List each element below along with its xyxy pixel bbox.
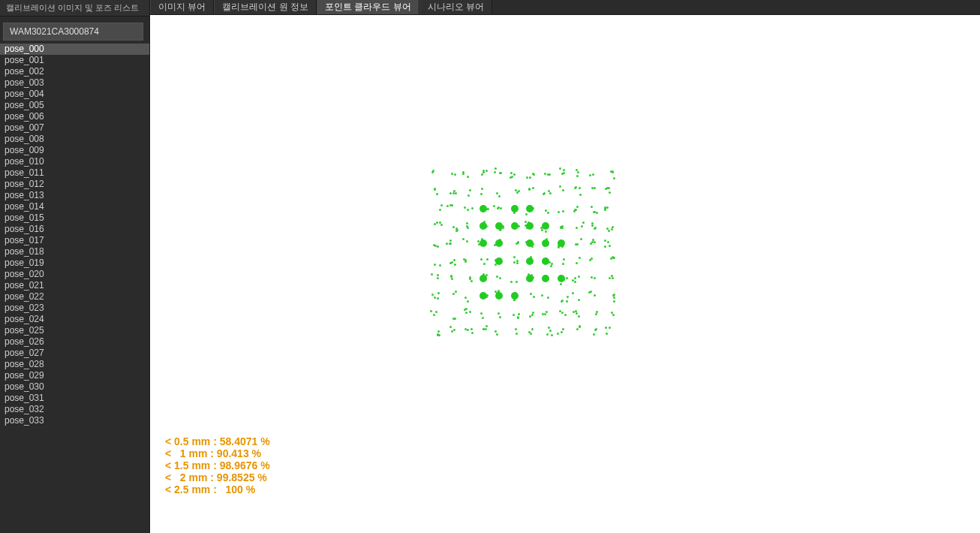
pose-item[interactable]: pose_032 — [0, 404, 149, 415]
sidebar: 캘리브레이션 이미지 및 포즈 리스트 WAM3021CA3000874 pos… — [0, 0, 150, 533]
tab[interactable]: 이미지 뷰어 — [150, 0, 214, 14]
pose-item[interactable]: pose_020 — [0, 269, 149, 280]
pose-item[interactable]: pose_018 — [0, 246, 149, 257]
stats-line: < 2.5 mm : 100 % — [165, 483, 270, 495]
pose-item[interactable]: pose_025 — [0, 325, 149, 336]
main-area: 이미지 뷰어캘리브레이션 원 정보포인트 클라우드 뷰어시나리오 뷰어 < 0.… — [150, 0, 980, 533]
pose-item[interactable]: pose_026 — [0, 336, 149, 348]
stats-line: < 1.5 mm : 98.9676 % — [165, 459, 270, 471]
device-id-selector[interactable]: WAM3021CA3000874 — [3, 23, 143, 41]
accuracy-stats: < 0.5 mm : 58.4071 %< 1 mm : 90.413 %< 1… — [165, 435, 270, 495]
pose-item[interactable]: pose_030 — [0, 381, 149, 393]
pose-item[interactable]: pose_003 — [0, 77, 149, 89]
pose-item[interactable]: pose_015 — [0, 212, 149, 224]
pose-item[interactable]: pose_001 — [0, 55, 149, 66]
pose-item[interactable]: pose_005 — [0, 100, 149, 111]
pose-item[interactable]: pose_016 — [0, 224, 149, 235]
pose-item[interactable]: pose_007 — [0, 122, 149, 134]
pose-item[interactable]: pose_009 — [0, 145, 149, 156]
pose-item[interactable]: pose_024 — [0, 314, 149, 325]
pose-item[interactable]: pose_028 — [0, 359, 149, 370]
pose-item[interactable]: pose_002 — [0, 66, 149, 77]
pose-item[interactable]: pose_019 — [0, 257, 149, 269]
pose-item[interactable]: pose_031 — [0, 393, 149, 404]
pose-item[interactable]: pose_033 — [0, 415, 149, 426]
stats-line: < 0.5 mm : 58.4071 % — [165, 435, 270, 447]
pose-item[interactable]: pose_029 — [0, 370, 149, 381]
pose-item[interactable]: pose_013 — [0, 190, 149, 201]
tab[interactable]: 캘리브레이션 원 정보 — [214, 0, 317, 14]
tab[interactable]: 시나리오 뷰어 — [419, 0, 492, 14]
pointcloud-viewer[interactable]: < 0.5 mm : 58.4071 %< 1 mm : 90.413 %< 1… — [150, 15, 980, 533]
pose-list[interactable]: pose_000pose_001pose_002pose_003pose_004… — [0, 44, 149, 533]
stats-line: < 2 mm : 99.8525 % — [165, 471, 270, 483]
app-root: 캘리브레이션 이미지 및 포즈 리스트 WAM3021CA3000874 pos… — [0, 0, 980, 533]
pose-item[interactable]: pose_010 — [0, 156, 149, 167]
pose-item[interactable]: pose_012 — [0, 179, 149, 190]
pose-item[interactable]: pose_022 — [0, 291, 149, 303]
pose-item[interactable]: pose_004 — [0, 89, 149, 100]
pose-item[interactable]: pose_000 — [0, 44, 149, 55]
pose-item[interactable]: pose_017 — [0, 235, 149, 246]
pose-item[interactable]: pose_023 — [0, 303, 149, 314]
pose-item[interactable]: pose_011 — [0, 167, 149, 179]
pose-item[interactable]: pose_006 — [0, 111, 149, 122]
pointcloud-canvas — [435, 173, 615, 345]
tab-bar: 이미지 뷰어캘리브레이션 원 정보포인트 클라우드 뷰어시나리오 뷰어 — [150, 0, 980, 15]
pose-item[interactable]: pose_027 — [0, 348, 149, 359]
sidebar-title: 캘리브레이션 이미지 및 포즈 리스트 — [0, 0, 149, 17]
pose-item[interactable]: pose_021 — [0, 280, 149, 291]
stats-line: < 1 mm : 90.413 % — [165, 447, 270, 459]
pose-item[interactable]: pose_014 — [0, 201, 149, 212]
tab[interactable]: 포인트 클라우드 뷰어 — [317, 0, 419, 14]
pose-item[interactable]: pose_008 — [0, 134, 149, 145]
